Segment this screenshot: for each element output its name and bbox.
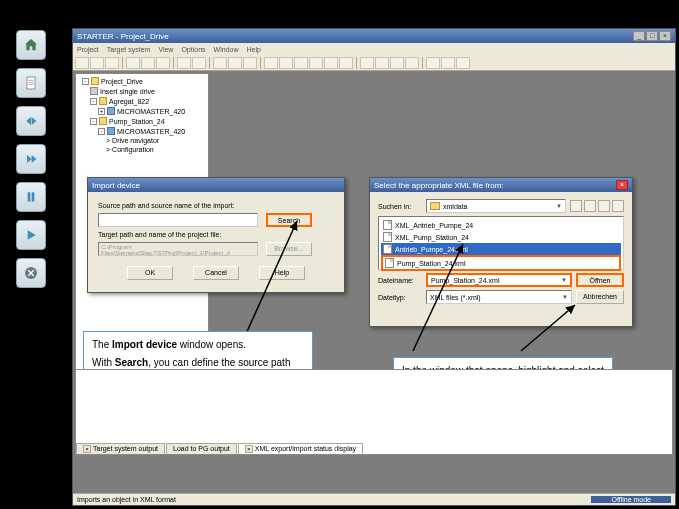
menu-project[interactable]: Project bbox=[77, 46, 99, 53]
file-item[interactable]: XML_Pump_Station_24 bbox=[381, 231, 621, 243]
folder-select[interactable]: xmldata bbox=[426, 199, 566, 213]
tree-item[interactable]: -MICROMASTER_420 bbox=[78, 126, 206, 136]
tb-c[interactable] bbox=[213, 57, 227, 69]
tree-item[interactable]: Insert single drive bbox=[78, 86, 206, 96]
file-item[interactable]: Antrieb_Pumpe_24.xml bbox=[381, 243, 621, 255]
file-item-highlighted[interactable]: Pump_Station_24.xml bbox=[381, 255, 621, 271]
tab-load-pg[interactable]: Load to PG output bbox=[166, 443, 237, 454]
dialog-title: Select the appropriate XML file from: bbox=[374, 181, 504, 190]
close-icon bbox=[23, 265, 39, 281]
file-icon bbox=[383, 232, 392, 242]
tb-new[interactable] bbox=[75, 57, 89, 69]
close-window-button[interactable]: × bbox=[659, 31, 671, 41]
menu-help[interactable]: Help bbox=[246, 46, 260, 53]
doc-button[interactable] bbox=[16, 68, 46, 98]
file-list: XML_Antrieb_Pumpe_24 XML_Pump_Station_24… bbox=[378, 216, 624, 270]
back-folder-icon[interactable] bbox=[570, 200, 582, 212]
tb-copy[interactable] bbox=[141, 57, 155, 69]
pause-button[interactable] bbox=[16, 182, 46, 212]
help-button[interactable]: Help bbox=[259, 266, 305, 280]
svg-rect-0 bbox=[27, 77, 35, 89]
source-input[interactable] bbox=[98, 213, 258, 227]
app-title: STARTER - Project_Drive bbox=[77, 32, 169, 41]
menu-options[interactable]: Options bbox=[181, 46, 205, 53]
dialog-close-button[interactable]: × bbox=[616, 180, 628, 190]
file-open-dialog: Select the appropriate XML file from: × … bbox=[369, 177, 633, 327]
back-icon bbox=[23, 113, 39, 129]
output-panel: ×Target system output Load to PG output … bbox=[75, 369, 673, 455]
tree-item[interactable]: +MICROMASTER_420 bbox=[78, 106, 206, 116]
tb-p[interactable] bbox=[426, 57, 440, 69]
source-label: Source path and source name of the impor… bbox=[98, 202, 334, 209]
tb-e[interactable] bbox=[243, 57, 257, 69]
views-icon[interactable] bbox=[612, 200, 624, 212]
filetype-select[interactable]: XML files (*.xml) bbox=[426, 290, 572, 304]
menu-target[interactable]: Target system bbox=[107, 46, 151, 53]
target-input: C:\Program Files\Siemens\Step7\S7Proj\Pr… bbox=[98, 242, 258, 256]
file-item[interactable]: XML_Antrieb_Pumpe_24 bbox=[381, 219, 621, 231]
cancel-button[interactable]: Cancel bbox=[193, 266, 239, 280]
minimize-button[interactable]: _ bbox=[633, 31, 645, 41]
folder-icon bbox=[430, 202, 440, 210]
maximize-button[interactable]: □ bbox=[646, 31, 658, 41]
menubar: Project Target system View Options Windo… bbox=[73, 43, 675, 55]
app-window: STARTER - Project_Drive _ □ × Project Ta… bbox=[72, 28, 676, 506]
tb-n[interactable] bbox=[390, 57, 404, 69]
open-button[interactable]: Öffnen bbox=[576, 273, 624, 287]
close-button[interactable] bbox=[16, 258, 46, 288]
tb-open[interactable] bbox=[90, 57, 104, 69]
workspace: -Project_Drive Insert single drive -Agre… bbox=[73, 71, 675, 469]
titlebar: STARTER - Project_Drive _ □ × bbox=[73, 29, 675, 43]
abbrechen-button[interactable]: Abbrechen bbox=[576, 290, 624, 304]
svg-rect-5 bbox=[32, 192, 35, 201]
dialog-title: Import device bbox=[88, 178, 344, 192]
menu-window[interactable]: Window bbox=[214, 46, 239, 53]
tb-b[interactable] bbox=[192, 57, 206, 69]
tb-h[interactable] bbox=[294, 57, 308, 69]
tb-l[interactable] bbox=[360, 57, 374, 69]
tree-item[interactable]: >Configuration bbox=[78, 145, 206, 154]
document-icon bbox=[23, 75, 39, 91]
play-icon bbox=[23, 227, 39, 243]
tb-j[interactable] bbox=[324, 57, 338, 69]
filename-label: Dateiname: bbox=[378, 277, 422, 284]
tab-target-output[interactable]: ×Target system output bbox=[76, 443, 165, 454]
home-button[interactable] bbox=[16, 30, 46, 60]
tb-m[interactable] bbox=[375, 57, 389, 69]
target-label: Target path and name of the project file… bbox=[98, 231, 334, 238]
tree-root[interactable]: -Project_Drive bbox=[78, 76, 206, 86]
forward-icon bbox=[23, 151, 39, 167]
tb-g[interactable] bbox=[279, 57, 293, 69]
new-folder-icon[interactable] bbox=[598, 200, 610, 212]
tb-r[interactable] bbox=[456, 57, 470, 69]
tb-paste[interactable] bbox=[156, 57, 170, 69]
filename-input[interactable]: Pump_Station_24.xml bbox=[426, 273, 572, 287]
pause-icon bbox=[23, 189, 39, 205]
tb-save[interactable] bbox=[105, 57, 119, 69]
tb-k[interactable] bbox=[339, 57, 353, 69]
menu-view[interactable]: View bbox=[158, 46, 173, 53]
tree-item[interactable]: -Pump_Station_24 bbox=[78, 116, 206, 126]
tab-xml-status[interactable]: ×XML export/import status display bbox=[238, 443, 363, 454]
search-button[interactable]: Search bbox=[266, 213, 312, 227]
tree-item[interactable]: -Agregat_822 bbox=[78, 96, 206, 106]
back-button[interactable] bbox=[16, 106, 46, 136]
fwd-button[interactable] bbox=[16, 144, 46, 174]
tb-a[interactable] bbox=[177, 57, 191, 69]
toolbar bbox=[73, 55, 675, 71]
import-device-dialog: Import device Source path and source nam… bbox=[87, 177, 345, 293]
up-folder-icon[interactable] bbox=[584, 200, 596, 212]
browse-button: Browse... bbox=[266, 242, 312, 256]
tb-i[interactable] bbox=[309, 57, 323, 69]
tb-f[interactable] bbox=[264, 57, 278, 69]
play-button[interactable] bbox=[16, 220, 46, 250]
file-icon bbox=[383, 220, 392, 230]
tb-q[interactable] bbox=[441, 57, 455, 69]
tb-o[interactable] bbox=[405, 57, 419, 69]
lookin-label: Suchen in: bbox=[378, 203, 422, 210]
home-icon bbox=[23, 37, 39, 53]
tb-cut[interactable] bbox=[126, 57, 140, 69]
ok-button[interactable]: OK bbox=[127, 266, 173, 280]
tb-d[interactable] bbox=[228, 57, 242, 69]
tree-item[interactable]: >Drive navigator bbox=[78, 136, 206, 145]
